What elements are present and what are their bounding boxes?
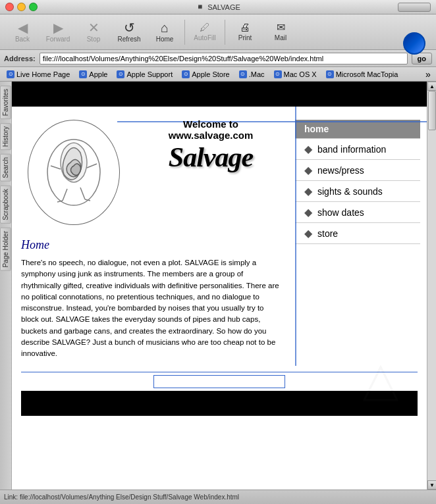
bookmark-mactopia[interactable]: ⊙ Microsoft MacTopia	[322, 70, 402, 79]
nav-item-home[interactable]: home	[295, 120, 420, 139]
back-label: Back	[15, 36, 30, 43]
toolbar-divider-2	[225, 20, 225, 45]
toolbar-divider-1	[184, 20, 185, 45]
stop-icon: ✕	[88, 21, 99, 34]
content-area: Welcome to www.salvage.com Salvage Home …	[12, 82, 427, 490]
nav-label-sights: sights & sounds	[317, 186, 383, 197]
autofill-label: AutoFill	[194, 34, 215, 41]
nav-item-band[interactable]: ◆ band information	[295, 139, 420, 160]
title-label: SALVAGE	[207, 3, 240, 11]
bookmark-icon-dotmac: ⊙	[239, 70, 247, 78]
nav-item-shows[interactable]: ◆ show dates	[295, 202, 420, 223]
nav-item-sights[interactable]: ◆ sights & sounds	[295, 181, 420, 202]
bookmark-macosx-label: Mac OS X	[284, 70, 317, 78]
bookmark-dotmac-label: .Mac	[249, 70, 265, 78]
bookmark-dotmac[interactable]: ⊙ .Mac	[235, 70, 269, 79]
home-button[interactable]: ⌂ Home	[148, 17, 182, 47]
svg-line-2	[80, 188, 85, 199]
home-icon: ⌂	[161, 21, 169, 34]
sidebar-tab-favorites[interactable]: Favorites	[0, 86, 11, 119]
address-bar: Address: go	[0, 50, 436, 67]
bookmark-macosx[interactable]: ⊙ Mac OS X	[270, 70, 321, 79]
home-label: Home	[156, 36, 174, 43]
site-left-content: Welcome to www.salvage.com Salvage Home …	[12, 107, 288, 366]
title-bar: ◾ SALVAGE	[0, 0, 436, 14]
bookmark-apple-support[interactable]: ⊙ Apple Support	[113, 70, 177, 79]
close-button[interactable]	[5, 3, 14, 11]
ie-icon	[403, 32, 425, 55]
bookmark-support-label: Apple Support	[126, 70, 173, 78]
bookmarks-bar: ⊙ Live Home Page ⊙ Apple ⊙ Apple Support…	[0, 67, 436, 82]
sidebar-tab-history[interactable]: History	[0, 123, 11, 150]
site-watermark	[361, 364, 400, 409]
print-label: Print	[238, 34, 252, 41]
footer-blue-line	[21, 372, 418, 372]
bookmark-icon-apple: ⊙	[79, 70, 87, 78]
minimize-button[interactable]	[17, 3, 26, 11]
refresh-button[interactable]: ↺ Refresh	[112, 17, 146, 47]
bookmark-apple[interactable]: ⊙ Apple	[75, 70, 111, 79]
print-icon: 🖨	[240, 22, 250, 33]
toolbar: ◀ Back ▶ Forward ✕ Stop ↺ Refresh ⌂ Home…	[0, 14, 436, 50]
autofill-icon: 🖊	[200, 22, 210, 33]
nav-label-news: news/press	[317, 165, 364, 176]
mail-button[interactable]: ✉ Mail	[263, 17, 298, 47]
nav-item-news[interactable]: ◆ news/press	[295, 160, 420, 181]
status-bar: Link: file://localhost/Volumes/Anything …	[0, 490, 436, 504]
nav-label-band: band information	[317, 144, 386, 155]
site-footer-area	[12, 366, 427, 419]
nav-arrow-news: ◆	[304, 164, 312, 176]
bookmark-label: Live Home Page	[16, 70, 70, 78]
maximize-button[interactable]	[29, 3, 38, 11]
home-heading: Home	[21, 238, 282, 252]
stop-label: Stop	[87, 36, 101, 43]
refresh-label: Refresh	[117, 36, 140, 43]
svg-line-5	[51, 166, 61, 169]
nav-arrow-band: ◆	[304, 143, 312, 155]
bookmark-icon-mactopia: ⊙	[326, 70, 334, 78]
scroll-up-button[interactable]: ▲	[427, 82, 436, 91]
back-button[interactable]: ◀ Back	[5, 17, 40, 47]
window-controls[interactable]	[5, 3, 38, 11]
forward-icon: ▶	[53, 21, 63, 34]
address-label: Address:	[4, 55, 36, 63]
forward-button[interactable]: ▶ Forward	[41, 17, 75, 47]
mail-label: Mail	[275, 34, 286, 41]
bookmarks-more-button[interactable]: »	[423, 69, 433, 80]
scroll-track[interactable]	[427, 91, 436, 480]
site-nav: home ◆ band information ◆ news/press ◆	[295, 120, 420, 244]
window-title: ◾ SALVAGE	[196, 3, 240, 11]
status-text: Link: file://localhost/Volumes/Anything …	[4, 493, 239, 501]
autofill-button[interactable]: 🖊 AutoFill	[188, 17, 222, 47]
bookmark-apple-store[interactable]: ⊙ Apple Store	[178, 70, 233, 79]
sidebar-tab-scrapbook[interactable]: Scrapbook	[0, 186, 11, 224]
scroll-thumb[interactable]	[428, 91, 436, 130]
logo-svg	[38, 130, 110, 215]
nav-arrow-sights: ◆	[304, 185, 312, 197]
bookmark-apple-label: Apple	[89, 70, 107, 78]
browser-main: Favorites History Search Scrapbook Page …	[0, 82, 436, 490]
bookmark-icon: ⊙	[7, 70, 14, 78]
page-icon: ◾	[196, 3, 205, 11]
address-input[interactable]	[40, 53, 408, 64]
bookmark-icon-store: ⊙	[182, 70, 190, 78]
refresh-icon: ↺	[124, 21, 135, 34]
nav-label-home: home	[304, 124, 329, 134]
bookmark-mactopia-label: Microsoft MacTopia	[336, 70, 398, 78]
sidebar-tab-pageholder[interactable]: Page Holder	[0, 228, 11, 271]
nav-item-store[interactable]: ◆ store	[295, 223, 420, 244]
site-content: Welcome to www.salvage.com Salvage Home …	[12, 82, 427, 490]
site-header	[12, 82, 427, 107]
stop-button[interactable]: ✕ Stop	[76, 17, 111, 47]
zoom-control[interactable]	[398, 3, 431, 12]
site-body: Welcome to www.salvage.com Salvage Home …	[12, 107, 427, 366]
site-nav-area: home ◆ band information ◆ news/press ◆	[288, 107, 420, 366]
mail-icon: ✉	[277, 22, 285, 33]
nav-label-shows: show dates	[317, 207, 364, 218]
scroll-down-button[interactable]: ▼	[427, 480, 436, 490]
sidebar-tab-search[interactable]: Search	[0, 154, 11, 182]
logo-circle	[28, 120, 120, 225]
bookmark-live-home-page[interactable]: ⊙ Live Home Page	[3, 70, 74, 79]
print-button[interactable]: 🖨 Print	[228, 17, 262, 47]
vertical-blue-line	[295, 107, 296, 366]
